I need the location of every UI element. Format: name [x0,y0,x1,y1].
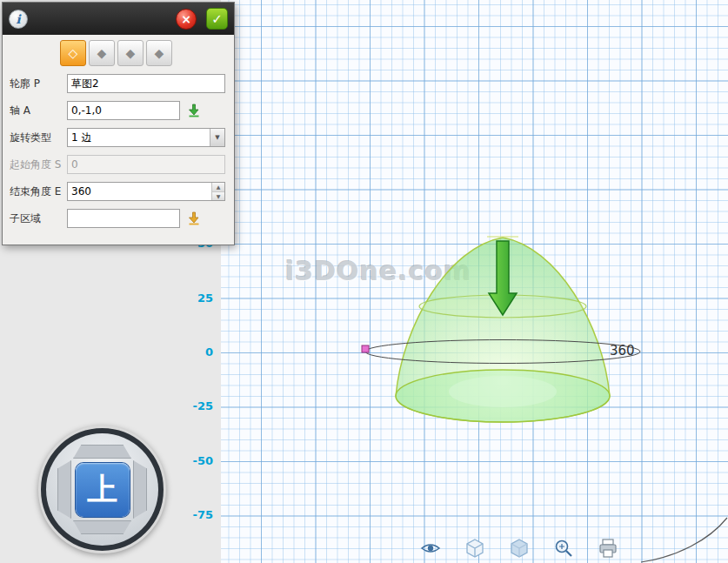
mode-revolve-alt1-button[interactable]: ◆ [89,40,115,66]
revolve-mode-toolbar: ◇ ◆ ◆ ◆ [3,35,234,72]
subregion-label: 子区域 [10,211,67,226]
revolve-type-dropdown[interactable]: 1 边 ▼ [67,128,225,147]
viewcube-face-top[interactable]: 上 [76,463,130,517]
subregion-row: 子区域 [3,209,234,228]
magnifier-icon [552,537,575,560]
yellow-download-arrow-icon [187,211,201,225]
eye-icon [419,537,442,560]
wireframe-cube-icon [464,537,486,560]
chevron-down-icon[interactable]: ▼ [210,129,224,146]
start-angle-input [68,156,224,173]
end-angle-spin-buttons: ▲ ▼ [211,183,224,200]
zoom-button[interactable] [552,537,575,560]
profile-input[interactable] [67,74,225,93]
start-angle-spinner [67,155,225,174]
viewcube-face-front[interactable] [73,520,131,534]
revolve-type-label: 旋转类型 [10,131,67,145]
wireframe-view-button[interactable] [464,537,486,560]
mode-revolve-button[interactable]: ◇ [60,40,86,66]
end-angle-spinner: ▲ ▼ [67,182,225,201]
subregion-input[interactable] [67,209,180,228]
end-angle-label: 结束角度 E [10,184,67,199]
cancel-button[interactable]: × [176,9,197,30]
start-angle-row: 起始角度 S [3,155,234,174]
viewcube-face-right[interactable] [133,460,147,519]
revolve-angle-value: 360 [610,343,635,359]
mode-revolve-alt2-button[interactable]: ◆ [117,40,144,66]
spin-up-icon[interactable]: ▲ [212,183,224,192]
axis-input[interactable] [67,101,180,120]
profile-label: 轮廓 P [10,77,67,91]
end-angle-input[interactable] [68,183,211,200]
shaded-view-button[interactable] [508,537,531,560]
axis-label: 轴 A [10,104,67,118]
dialog-body: 轮廓 P 轴 A 旋转类型 1 边 ▼ [3,72,234,245]
app-window: 50 25 0 -25 -50 -75 i3DOne.com [0,0,728,563]
confirm-button[interactable]: ✓ [206,8,228,30]
axis-row: 轴 A [3,101,234,120]
green-download-arrow-icon [187,104,201,117]
viewcube-face-left[interactable] [57,460,71,519]
axis-pick-button[interactable] [184,101,204,120]
revolve-dialog: i × ✓ ◇ ◆ ◆ ◆ 轮廓 P 轴 A [2,2,235,245]
view-navigator-dial: 上 [46,433,158,546]
viewcube-face-back[interactable] [73,445,131,459]
dome-base-rim [396,370,610,422]
revolve-type-row: 旋转类型 1 边 ▼ [3,128,234,147]
axis-start-marker[interactable] [362,345,369,352]
spin-down-icon[interactable]: ▼ [212,192,224,201]
view-navigator[interactable]: 上 [38,426,166,553]
viewcube-top-label: 上 [87,474,117,505]
profile-row: 轮廓 P [3,74,234,93]
printer-icon [597,537,619,560]
mode-revolve-alt3-button[interactable]: ◆ [146,40,172,66]
subregion-pick-button[interactable] [184,209,204,228]
revolve-type-value: 1 边 [68,129,210,146]
dialog-titlebar[interactable]: i × ✓ [3,3,234,35]
print-button[interactable] [597,537,619,560]
start-angle-label: 起始角度 S [10,158,67,172]
info-icon[interactable]: i [9,10,28,29]
corner-arc [641,518,727,562]
end-angle-row: 结束角度 E ▲ ▼ [3,182,234,201]
solid-cube-icon [508,537,531,560]
visibility-button[interactable] [419,537,442,560]
view-toolbar [419,537,619,560]
